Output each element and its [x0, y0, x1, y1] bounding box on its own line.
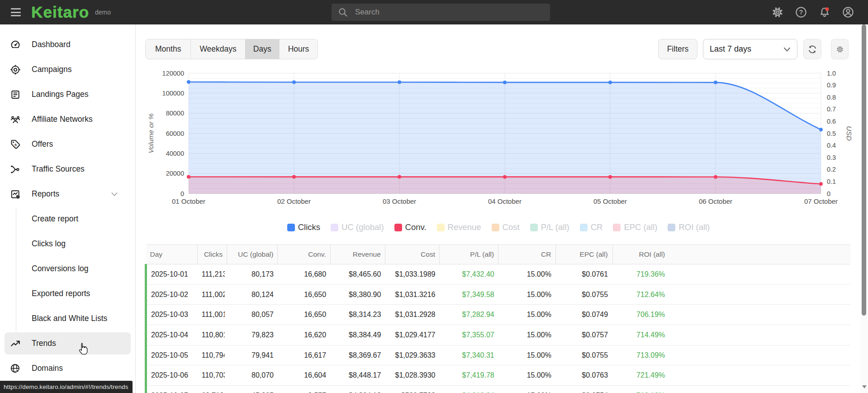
cell-conv-: 16,620	[278, 325, 330, 345]
legend-item-cost[interactable]: Cost	[492, 222, 520, 232]
cell-cr: 15.00%	[498, 325, 556, 345]
sidebar-item-create-report[interactable]: Create report	[5, 206, 131, 231]
traffic-sources-icon	[10, 164, 21, 175]
column-header-roi-all-[interactable]: ROI (all)	[612, 245, 669, 264]
sidebar-item-clicks-log[interactable]: Clicks log	[5, 231, 131, 256]
column-header-revenue[interactable]: Revenue	[330, 245, 385, 264]
chart-settings-button[interactable]	[831, 39, 849, 59]
sidebar-item-label: Create report	[32, 214, 78, 224]
cell-filler	[669, 284, 850, 305]
legend-item-epc-all-[interactable]: EPC (all)	[613, 222, 657, 232]
legend-label: Cost	[503, 222, 520, 232]
cell-uc-global-: 80,173	[227, 264, 278, 285]
menu-toggle-icon[interactable]	[11, 8, 21, 16]
column-header-cr[interactable]: CR	[498, 245, 556, 264]
sidebar-item-label: Reports	[32, 189, 59, 199]
column-header-epc-all-[interactable]: EPC (all)	[556, 245, 612, 264]
cell-cost: $1,028.3930	[385, 365, 439, 386]
refresh-button[interactable]	[803, 39, 821, 59]
sidebar-item-campaigns[interactable]: Campaigns	[5, 57, 131, 82]
sidebar-item-label: Affiliate Networks	[32, 115, 93, 124]
svg-text:?: ?	[799, 9, 803, 16]
column-header-uc-global-[interactable]: UC (global)	[227, 245, 278, 264]
legend-item-conv-[interactable]: Conv.	[394, 222, 427, 232]
sidebar-item-exported-reports[interactable]: Exported reports	[5, 281, 131, 306]
sidebar: DashboardCampaignsLandings PagesAffiliat…	[0, 24, 136, 393]
table-row: 2025-10-03111,00180,05716,650$8,314.23$1…	[146, 305, 851, 325]
legend-label: Clicks	[298, 222, 320, 232]
tab-days[interactable]: Days	[245, 39, 279, 59]
notifications-icon[interactable]	[818, 6, 831, 19]
column-header-cost[interactable]: Cost	[385, 245, 439, 264]
sidebar-item-trends[interactable]: Trends	[5, 332, 131, 355]
column-header-conv-[interactable]: Conv.	[278, 245, 330, 264]
table-row: 2025-10-02111,00280,12416,650$8,380.90$1…	[146, 284, 851, 305]
scrollbar-down-arrow[interactable]	[862, 385, 867, 388]
cell-day: 2025-10-03	[146, 305, 198, 325]
cell-uc-global-: 79,823	[227, 325, 278, 345]
tab-hours[interactable]: Hours	[279, 39, 318, 59]
search-input[interactable]	[355, 8, 536, 17]
scrollbar-thumb[interactable]	[862, 24, 866, 316]
svg-text:07 October: 07 October	[804, 197, 838, 205]
legend-item-revenue[interactable]: Revenue	[437, 222, 481, 232]
cell-cr: 15.00%	[498, 284, 556, 305]
svg-text:0.4: 0.4	[827, 142, 836, 149]
cell-revenue: $8,314.23	[330, 305, 385, 325]
sidebar-item-landings-pages[interactable]: Landings Pages	[5, 82, 131, 107]
cell-filler	[669, 264, 850, 285]
legend-swatch	[530, 224, 538, 231]
cell-clicks: 111,213	[198, 264, 227, 285]
sidebar-item-reports[interactable]: Reports	[5, 182, 131, 206]
svg-text:02 October: 02 October	[277, 197, 311, 205]
svg-text:20000: 20000	[166, 170, 184, 177]
cell-day: 2025-10-04	[146, 325, 198, 345]
legend-label: ROI (all)	[678, 222, 710, 232]
legend-item-cr[interactable]: CR	[580, 222, 603, 232]
table-row: 2025-10-01111,21380,17316,680$8,465.60$1…	[146, 264, 851, 285]
sidebar-item-traffic-sources[interactable]: Traffic Sources	[5, 157, 131, 182]
tab-months[interactable]: Months	[146, 39, 190, 59]
column-header-clicks[interactable]: Clicks	[198, 245, 227, 264]
global-search	[332, 4, 550, 21]
legend-item-p-l-all-[interactable]: P/L (all)	[530, 222, 569, 232]
sidebar-item-conversions-log[interactable]: Conversions log	[5, 256, 131, 281]
account-icon[interactable]	[842, 6, 854, 19]
sidebar-item-dashboard[interactable]: Dashboard	[5, 32, 131, 57]
cell-filler	[669, 386, 850, 393]
legend-item-uc-global-[interactable]: UC (global)	[331, 222, 384, 232]
sidebar-item-label: Offers	[32, 139, 53, 149]
date-range-select[interactable]: Last 7 days	[703, 39, 797, 59]
tab-weekdays[interactable]: Weekdays	[190, 39, 245, 59]
sidebar-item-black-and-white-lists[interactable]: Black and White Lists	[5, 306, 131, 331]
chevron-down-icon	[783, 46, 791, 53]
landings-icon	[10, 89, 21, 100]
sidebar-item-offers[interactable]: sOffers	[5, 132, 131, 157]
sidebar-item-label: Dashboard	[32, 40, 71, 49]
help-icon[interactable]: ?	[795, 6, 807, 19]
legend-item-clicks[interactable]: Clicks	[287, 222, 320, 232]
chart-legend: ClicksUC (global)Conv.RevenueCostP/L (al…	[136, 220, 861, 234]
column-header-p-l-all-[interactable]: P/L (all)	[439, 245, 498, 264]
cell-conv-: 9,557	[278, 386, 330, 393]
column-header-day[interactable]: Day	[146, 245, 198, 264]
sidebar-item-domains[interactable]: Domains	[5, 356, 131, 381]
cell-conv-: 16,650	[278, 305, 330, 325]
cell-p-l-all-: $7,340.31	[439, 345, 498, 365]
settings-icon[interactable]	[771, 6, 784, 19]
cell-filler	[669, 325, 850, 345]
cell-p-l-all-: $7,349.58	[439, 284, 498, 305]
cell-cost: $1,031.2928	[385, 305, 439, 325]
campaigns-icon	[10, 64, 21, 75]
keitaro-logo[interactable]: Keitaro	[31, 3, 89, 21]
legend-item-roi-all-[interactable]: ROI (all)	[668, 222, 710, 232]
cell-clicks: 63,712	[198, 386, 227, 393]
cell-revenue: $8,448.17	[330, 365, 385, 386]
granularity-tabs: MonthsWeekdaysDaysHours	[145, 39, 318, 59]
cell-epc-all-: $0.0749	[556, 305, 612, 325]
cell-epc-all-: $0.0763	[556, 365, 612, 386]
legend-label: Conv.	[405, 222, 427, 232]
sidebar-item-affiliate-networks[interactable]: Affiliate Networks	[5, 107, 131, 132]
svg-text:Volume or %: Volume or %	[147, 113, 155, 153]
filters-button[interactable]: Filters	[658, 39, 697, 59]
